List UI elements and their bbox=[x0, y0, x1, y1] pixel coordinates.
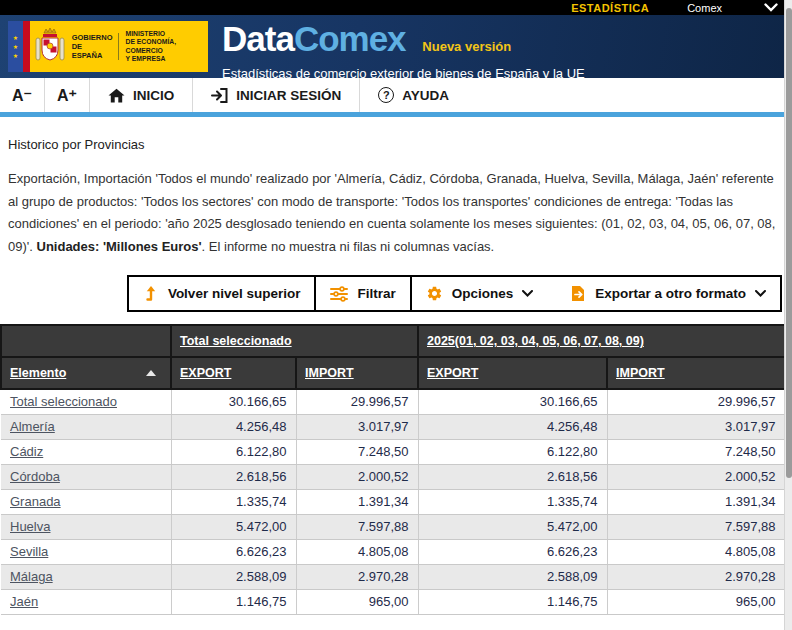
app-selector-value: Comex bbox=[687, 2, 722, 14]
column-header-elemento[interactable]: Elemento bbox=[1, 357, 171, 389]
value-cell: 5.472,00 bbox=[171, 514, 296, 539]
vertical-scrollbar[interactable] bbox=[784, 0, 792, 630]
value-cell: 30.166,65 bbox=[418, 389, 607, 414]
provinces-table: Total seleccionado 2025(01, 02, 03, 04, … bbox=[0, 324, 786, 615]
column-header-row: Elemento EXPORT IMPORT EXPORT IMPORT bbox=[1, 357, 785, 389]
element-link[interactable]: Cádiz bbox=[10, 444, 43, 459]
nav-item-inicio[interactable]: INICIO bbox=[90, 78, 193, 112]
filter-sliders-icon bbox=[330, 286, 348, 302]
element-link[interactable]: Granada bbox=[10, 494, 61, 509]
table-row: Granada1.335,741.391,341.335,741.391,34 bbox=[1, 489, 785, 514]
group-header-row: Total seleccionado 2025(01, 02, 03, 04, … bbox=[1, 325, 785, 357]
chevron-down-icon[interactable] bbox=[764, 3, 778, 12]
value-cell: 6.122,80 bbox=[171, 439, 296, 464]
units-label: Unidades: 'Millones Euros' bbox=[37, 239, 202, 254]
element-cell: Huelva bbox=[1, 514, 171, 539]
level-up-icon bbox=[143, 285, 159, 302]
element-cell: Jaén bbox=[1, 589, 171, 614]
table-row: Jaén1.146,75965,001.146,75965,00 bbox=[1, 589, 785, 614]
datacomex-app: ESTADÍSTICA Comex ★ ★ ★ bbox=[0, 0, 792, 630]
table-row: Sevilla6.626,234.805,086.626,234.805,08 bbox=[1, 539, 785, 564]
value-cell: 7.597,88 bbox=[607, 514, 785, 539]
value-cell: 2.618,56 bbox=[418, 464, 607, 489]
element-cell: Almería bbox=[1, 414, 171, 439]
value-cell: 2.970,28 bbox=[296, 564, 418, 589]
new-version-badge: Nueva versión bbox=[422, 39, 511, 54]
column-header-export-2025[interactable]: EXPORT bbox=[418, 357, 607, 389]
estadistica-brand: ESTADÍSTICA bbox=[571, 2, 649, 14]
element-cell: Granada bbox=[1, 489, 171, 514]
star-icon: ★ bbox=[13, 53, 18, 59]
font-increase-button[interactable]: A⁺ bbox=[45, 78, 90, 112]
value-cell: 7.597,88 bbox=[296, 514, 418, 539]
report-description: Exportación, Importación 'Todos el mundo… bbox=[8, 168, 782, 258]
chevron-down-icon bbox=[522, 290, 533, 297]
nav-item-iniciar-sesion[interactable]: INICIAR SESIÓN bbox=[193, 78, 360, 112]
value-cell: 30.166,65 bbox=[171, 389, 296, 414]
group-header-2025[interactable]: 2025(01, 02, 03, 04, 05, 06, 07, 08, 09) bbox=[418, 325, 785, 357]
app-title-block: DataComex Nueva versión Estadísticas de … bbox=[222, 21, 585, 81]
value-cell: 2.618,56 bbox=[171, 464, 296, 489]
group-header-total[interactable]: Total seleccionado bbox=[171, 325, 418, 357]
value-cell: 1.391,34 bbox=[296, 489, 418, 514]
value-cell: 2.000,52 bbox=[296, 464, 418, 489]
element-link[interactable]: Sevilla bbox=[10, 544, 48, 559]
app-title: DataComex Nueva versión bbox=[222, 21, 585, 65]
corner-cell bbox=[1, 325, 171, 357]
top-bar: ESTADÍSTICA Comex bbox=[0, 0, 792, 15]
filter-button[interactable]: Filtrar bbox=[314, 275, 411, 312]
value-cell: 2.588,09 bbox=[418, 564, 607, 589]
element-cell: Sevilla bbox=[1, 539, 171, 564]
nav-item-ayuda[interactable]: ? AYUDA bbox=[360, 78, 467, 112]
export-dropdown[interactable]: Exportar a otro formato bbox=[571, 285, 766, 302]
value-cell: 6.626,23 bbox=[171, 539, 296, 564]
value-cell: 1.146,75 bbox=[171, 589, 296, 614]
app-subtitle: Estadísticas de comercio exterior de bie… bbox=[222, 66, 585, 81]
sort-ascending-icon[interactable] bbox=[146, 370, 156, 376]
page-title: Historico por Provincias bbox=[8, 137, 782, 152]
value-cell: 7.248,50 bbox=[296, 439, 418, 464]
star-icon: ★ bbox=[13, 44, 18, 50]
main-nav: A⁻ A⁺ INICIO INICIAR SESIÓN ? AYUDA bbox=[0, 78, 792, 112]
login-icon bbox=[211, 88, 228, 103]
value-cell: 5.472,00 bbox=[418, 514, 607, 539]
value-cell: 6.122,80 bbox=[418, 439, 607, 464]
element-link[interactable]: Jaén bbox=[10, 594, 38, 609]
table-row: Málaga2.588,092.970,282.588,092.970,28 bbox=[1, 564, 785, 589]
column-header-import-total[interactable]: IMPORT bbox=[296, 357, 418, 389]
gobierno-espana-logo[interactable]: ★ ★ ★ GOBIERNO bbox=[8, 21, 208, 72]
font-decrease-button[interactable]: A⁻ bbox=[0, 78, 45, 112]
chevron-down-icon bbox=[755, 290, 766, 297]
element-link[interactable]: Córdoba bbox=[10, 469, 60, 484]
element-link[interactable]: Total seleccionado bbox=[10, 394, 117, 409]
element-cell: Total seleccionado bbox=[1, 389, 171, 414]
value-cell: 965,00 bbox=[296, 589, 418, 614]
value-cell: 1.146,75 bbox=[418, 589, 607, 614]
element-link[interactable]: Almería bbox=[10, 419, 55, 434]
value-cell: 29.996,57 bbox=[607, 389, 785, 414]
element-link[interactable]: Málaga bbox=[10, 569, 53, 584]
value-cell: 4.805,08 bbox=[296, 539, 418, 564]
report-toolbar: Volver nivel superior Filtrar Opciones bbox=[8, 275, 782, 312]
options-dropdown[interactable]: Opciones bbox=[426, 285, 534, 302]
value-cell: 2.970,28 bbox=[607, 564, 785, 589]
column-header-import-2025[interactable]: IMPORT bbox=[607, 357, 785, 389]
app-header: ★ ★ ★ GOBIERNO bbox=[0, 15, 792, 78]
scrollbar-thumb[interactable] bbox=[786, 8, 792, 478]
app-selector[interactable]: Comex bbox=[687, 2, 722, 14]
eu-flag-strip: ★ ★ ★ bbox=[8, 21, 23, 72]
table-row: Huelva5.472,007.597,885.472,007.597,88 bbox=[1, 514, 785, 539]
element-cell: Málaga bbox=[1, 564, 171, 589]
value-cell: 1.391,34 bbox=[607, 489, 785, 514]
table-row: Total seleccionado30.166,6529.996,5730.1… bbox=[1, 389, 785, 414]
element-link[interactable]: Huelva bbox=[10, 519, 50, 534]
back-level-button[interactable]: Volver nivel superior bbox=[127, 275, 317, 312]
value-cell: 1.335,74 bbox=[418, 489, 607, 514]
table-row: Cádiz6.122,807.248,506.122,807.248,50 bbox=[1, 439, 785, 464]
column-header-export-total[interactable]: EXPORT bbox=[171, 357, 296, 389]
value-cell: 2.000,52 bbox=[607, 464, 785, 489]
toolbar-dropdown-group: Opciones Exportar a otro formato bbox=[410, 275, 782, 312]
value-cell: 4.805,08 bbox=[607, 539, 785, 564]
value-cell: 4.256,48 bbox=[418, 414, 607, 439]
value-cell: 1.335,74 bbox=[171, 489, 296, 514]
